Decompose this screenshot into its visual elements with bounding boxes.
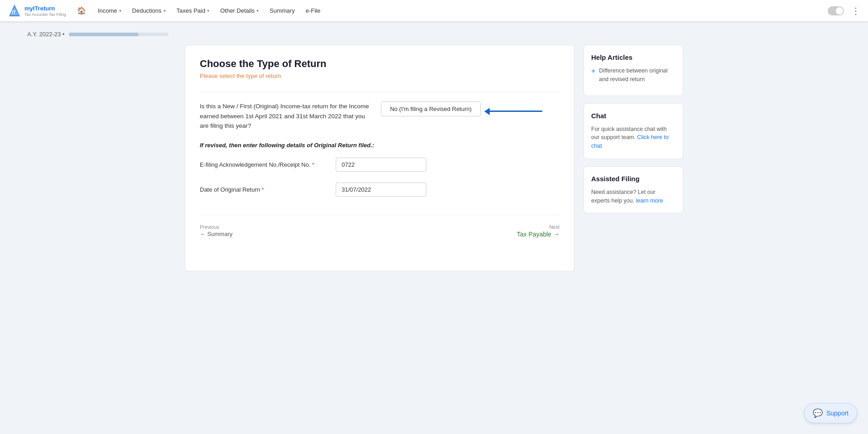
date-input[interactable]: [336, 183, 426, 197]
chat-desc: For quick assistance chat with our suppo…: [591, 125, 675, 150]
navbar-menu: Income ▾ Deductions ▾ Taxes Paid ▾ Other…: [93, 5, 828, 17]
card-subtitle: Please select the type of return: [200, 72, 559, 79]
logo-text: myITreturn: [24, 5, 55, 12]
logo[interactable]: IT myITreturn Tax Accurate Tax Filing: [7, 4, 66, 18]
next-button[interactable]: Next Tax Payable →: [517, 224, 559, 238]
help-item: + Difference between original and revise…: [591, 67, 675, 84]
acknowledgement-input[interactable]: [336, 158, 426, 172]
ay-progress-bar: [69, 33, 169, 36]
field-row-acknowledgement: E-filing Acknowledgement No./Receipt No.…: [200, 158, 559, 172]
more-options-icon[interactable]: ⋮: [851, 5, 861, 16]
arrow-line: [488, 111, 542, 112]
field-label-date: Date of Original Return *: [200, 186, 327, 193]
income-chevron-icon: ▾: [119, 8, 121, 13]
nav-item-summary[interactable]: Summary: [265, 5, 299, 17]
required-star-1: *: [312, 161, 314, 168]
support-icon: 💬: [813, 408, 823, 418]
plus-icon: +: [591, 66, 595, 77]
taxes-paid-chevron-icon: ▾: [207, 8, 209, 13]
theme-toggle[interactable]: [828, 6, 844, 15]
support-button[interactable]: 💬 Support: [804, 403, 857, 423]
required-star-2: *: [262, 186, 264, 193]
next-label: Next: [549, 224, 559, 230]
ay-progress-fill: [69, 33, 139, 36]
home-button[interactable]: 🏠: [77, 6, 86, 15]
sidebar-chat-card: Chat For quick assistance chat with our …: [583, 103, 683, 159]
arrow-annotation: [488, 111, 542, 112]
sidebar-assist-card: Assisted Filing Need assistance? Let our…: [583, 166, 683, 214]
nav-item-income[interactable]: Income ▾: [93, 5, 126, 17]
support-label: Support: [826, 410, 849, 417]
field-label-acknowledgement: E-filing Acknowledgement No./Receipt No.…: [200, 161, 327, 168]
page-content: A.Y. 2022-23 • Choose the Type of Return…: [0, 22, 868, 434]
answer-button[interactable]: No (I'm filing a Revised Return): [381, 101, 481, 116]
card-title: Choose the Type of Return: [200, 58, 559, 70]
sidebar-help-card: Help Articles + Difference between origi…: [583, 45, 683, 96]
assist-title: Assisted Filing: [591, 175, 675, 183]
nav-item-efile[interactable]: e-File: [301, 5, 325, 17]
main-card: Choose the Type of Return Please select …: [185, 45, 574, 271]
main-layout: Choose the Type of Return Please select …: [185, 45, 683, 271]
revised-note: If revised, then enter following details…: [200, 142, 559, 149]
nav-item-taxes-paid[interactable]: Taxes Paid ▾: [172, 5, 214, 17]
navbar-right: ⋮: [828, 5, 861, 16]
learn-more-link[interactable]: learn more: [636, 198, 663, 204]
next-main: Tax Payable →: [517, 231, 559, 238]
question-row: Is this a New / First (Original) Income-…: [200, 101, 559, 131]
field-row-date: Date of Original Return *: [200, 183, 559, 197]
prev-main: ← Summary: [200, 231, 232, 237]
deductions-chevron-icon: ▾: [164, 8, 166, 13]
ay-banner: A.Y. 2022-23 •: [18, 31, 850, 38]
help-title: Help Articles: [591, 53, 675, 61]
ay-label: A.Y. 2022-23 •: [27, 31, 64, 38]
navbar: IT myITreturn Tax Accurate Tax Filing 🏠 …: [0, 0, 868, 22]
prev-label: Previous: [200, 224, 219, 230]
logo-subtext: Tax Accurate Tax Filing: [24, 12, 66, 17]
assist-desc: Need assistance? Let our experts help yo…: [591, 188, 675, 205]
home-icon: 🏠: [77, 7, 86, 14]
sidebar: Help Articles + Difference between origi…: [583, 45, 683, 271]
nav-buttons: Previous ← Summary Next Tax Payable →: [200, 215, 559, 238]
nav-item-other-details[interactable]: Other Details ▾: [216, 5, 263, 17]
previous-button[interactable]: Previous ← Summary: [200, 224, 232, 237]
nav-item-deductions[interactable]: Deductions ▾: [128, 5, 170, 17]
other-details-chevron-icon: ▾: [256, 8, 259, 13]
svg-text:IT: IT: [12, 10, 16, 15]
question-text: Is this a New / First (Original) Income-…: [200, 101, 372, 131]
divider-top: [200, 92, 559, 92]
chat-title: Chat: [591, 112, 675, 120]
